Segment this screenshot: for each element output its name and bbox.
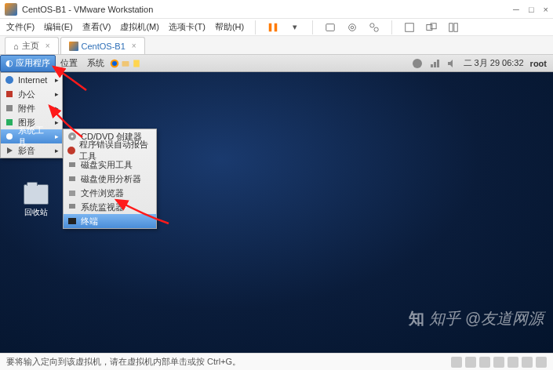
- monitor-icon: [67, 201, 78, 212]
- chevron-right-icon: ▸: [55, 118, 59, 126]
- submenu-file-browser[interactable]: 文件浏览器: [64, 186, 156, 200]
- fullscreen-icon[interactable]: [403, 21, 416, 34]
- menu-tabs[interactable]: 选项卡(T): [169, 21, 206, 33]
- power-button-icon[interactable]: [267, 21, 279, 34]
- svg-rect-9: [431, 23, 436, 28]
- firefox-icon[interactable]: [109, 58, 120, 69]
- svg-rect-1: [275, 23, 278, 31]
- tab-close-icon[interactable]: ×: [132, 42, 136, 50]
- menu-file[interactable]: 文件(F): [6, 21, 35, 33]
- bug-icon: [67, 145, 76, 156]
- watermark: 知 知乎 @友道网源: [409, 308, 544, 329]
- svg-rect-15: [133, 60, 140, 67]
- applications-label: 应用程序: [16, 57, 50, 69]
- user-menu[interactable]: root: [530, 59, 547, 68]
- svg-point-4: [351, 26, 354, 29]
- places-menu[interactable]: 位置: [56, 55, 82, 72]
- places-label: 位置: [60, 57, 78, 69]
- submenu-terminal[interactable]: 终端: [64, 214, 156, 228]
- menu-item-label: 磁盘使用分析器: [81, 173, 141, 185]
- analyzer-icon: [67, 173, 78, 184]
- graphics-icon: [4, 117, 15, 128]
- svg-rect-24: [6, 119, 13, 125]
- menu-accessories[interactable]: 附件▸: [1, 101, 62, 115]
- svg-marker-20: [448, 60, 453, 67]
- svg-point-25: [6, 133, 13, 140]
- clock[interactable]: 二 3月 29 06:32: [464, 57, 524, 69]
- watermark-author: @友道网源: [465, 308, 544, 329]
- tab-vm[interactable]: CentOS-B1 ×: [60, 37, 145, 54]
- update-tray-icon[interactable]: [412, 58, 423, 69]
- network-tray-icon[interactable]: [429, 58, 440, 69]
- svg-rect-17: [431, 64, 433, 67]
- svg-point-5: [370, 23, 374, 27]
- menu-internet[interactable]: Internet▸: [1, 73, 62, 87]
- vmware-logo-icon: [5, 3, 17, 16]
- svg-rect-8: [427, 24, 432, 30]
- window-title: CentOS-B1 - VMware Workstation: [22, 5, 513, 14]
- power-dropdown-icon[interactable]: ▾: [289, 21, 301, 34]
- tab-vm-label: CentOS-B1: [82, 42, 126, 51]
- status-device-icon[interactable]: [451, 357, 462, 368]
- chevron-right-icon: ▸: [55, 147, 59, 154]
- folder-icon: [67, 187, 78, 198]
- status-device-icon[interactable]: [522, 357, 533, 368]
- svg-point-28: [71, 136, 74, 138]
- status-device-icon[interactable]: [536, 357, 547, 368]
- send-cad-icon[interactable]: [324, 21, 337, 34]
- menu-item-label: 附件: [18, 103, 35, 114]
- volume-tray-icon[interactable]: [446, 58, 457, 69]
- file-manager-icon[interactable]: [120, 58, 131, 69]
- applications-menu[interactable]: ◐ 应用程序: [0, 55, 56, 72]
- note-icon[interactable]: [131, 58, 142, 69]
- submenu-system-monitor[interactable]: 系统监视器: [64, 200, 156, 214]
- status-device-icon[interactable]: [493, 357, 504, 368]
- status-device-icon[interactable]: [465, 357, 476, 368]
- menu-system-tools[interactable]: 系统工具▸: [1, 129, 62, 143]
- menu-multimedia[interactable]: 影音▸: [1, 143, 62, 158]
- submenu-abrt[interactable]: 程序错误自动报告工具: [64, 143, 156, 158]
- menu-item-label: 办公: [18, 89, 35, 100]
- svg-marker-26: [7, 147, 13, 154]
- maximize-button[interactable]: □: [529, 5, 534, 14]
- applications-dropdown: Internet▸ 办公▸ 附件▸ 图形▸ 系统工具▸ 影音▸: [0, 72, 63, 158]
- minimize-button[interactable]: ─: [513, 5, 519, 14]
- svg-rect-2: [326, 24, 335, 31]
- menu-item-label: 磁盘实用工具: [81, 159, 133, 171]
- close-button[interactable]: ×: [544, 5, 548, 14]
- snapshot-manager-icon[interactable]: [368, 21, 380, 34]
- vm-viewport[interactable]: ◐ 应用程序 位置 系统 二 3月 29 06:32 root Internet…: [0, 55, 553, 353]
- desktop-trash[interactable]: 回收站: [24, 184, 49, 218]
- svg-rect-10: [449, 23, 453, 31]
- accessories-icon: [4, 103, 15, 114]
- gnome-panel: ◐ 应用程序 位置 系统 二 3月 29 06:32 root: [0, 55, 553, 72]
- tab-home[interactable]: ⌂ 主页 ×: [5, 37, 59, 54]
- svg-rect-31: [69, 176, 75, 181]
- system-menu[interactable]: 系统: [82, 55, 109, 72]
- svg-rect-7: [406, 23, 414, 31]
- svg-rect-22: [6, 91, 13, 97]
- unity-icon[interactable]: [425, 21, 438, 34]
- menu-vm[interactable]: 虚拟机(M): [120, 21, 159, 33]
- chevron-right-icon: ▸: [55, 76, 59, 84]
- window-titlebar: CentOS-B1 - VMware Workstation ─ □ ×: [0, 0, 553, 19]
- submenu-disk-analyzer[interactable]: 磁盘使用分析器: [64, 172, 156, 186]
- console-view-icon[interactable]: [447, 21, 460, 34]
- separator: [255, 20, 256, 34]
- vm-icon: [69, 42, 78, 51]
- menu-view[interactable]: 查看(V): [82, 21, 111, 33]
- tab-close-icon[interactable]: ×: [45, 42, 50, 50]
- disc-icon: [67, 131, 78, 142]
- tab-home-label: 主页: [22, 40, 39, 52]
- status-bar: 要将输入定向到该虚拟机，请在虚拟机内部单击或按 Ctrl+G。: [0, 353, 553, 370]
- svg-point-6: [374, 27, 378, 31]
- svg-rect-33: [69, 204, 75, 209]
- menu-help[interactable]: 帮助(H): [215, 21, 244, 33]
- apps-icon: ◐: [5, 58, 13, 68]
- status-device-icon[interactable]: [479, 357, 490, 368]
- menu-edit[interactable]: 编辑(E): [44, 21, 73, 33]
- vm-tabs: ⌂ 主页 × CentOS-B1 ×: [0, 36, 553, 55]
- status-device-icon[interactable]: [508, 357, 518, 368]
- menu-office[interactable]: 办公▸: [1, 87, 62, 101]
- snapshot-icon[interactable]: [346, 21, 358, 34]
